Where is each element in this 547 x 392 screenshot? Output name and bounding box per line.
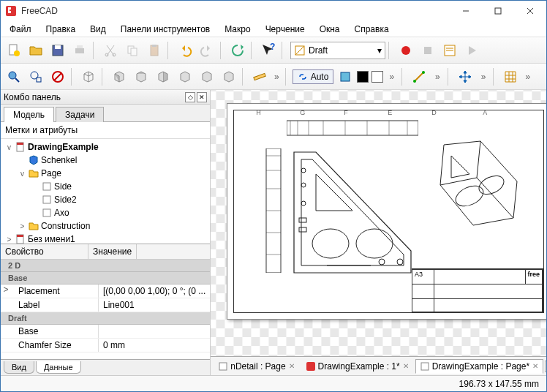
panel-close-button[interactable]: ✕ [197,92,207,102]
property-row[interactable]: LabelLine001 [1,298,210,312]
macro-list-button[interactable] [440,40,460,61]
right-view-button[interactable] [153,67,173,87]
macro-record-button[interactable] [396,40,416,61]
tree-item[interactable]: Side2 [1,193,210,206]
tree-item[interactable]: vDrawingExample [1,140,210,154]
svg-rect-39 [43,196,50,203]
drawing-canvas[interactable]: H G F E D A [211,90,546,356]
svg-line-19 [295,46,304,55]
move-tool-button[interactable] [455,67,475,87]
svg-point-52 [397,259,403,265]
line-color-swatch[interactable] [357,71,369,83]
front-view-button[interactable] [109,67,129,87]
ruler-mark: E [388,109,392,116]
panel-undock-button[interactable]: ◇ [185,92,195,102]
property-row[interactable]: Base [1,325,210,339]
menu-help[interactable]: Справка [349,23,395,36]
property-row[interactable]: Chamfer Size0 mm [1,339,210,353]
overflow-icon-5[interactable]: » [522,72,533,82]
line-tool-button[interactable] [409,67,429,87]
ruler-mark: H [256,109,261,116]
doc-tab[interactable]: DrawingExample : Page* ✕ [415,359,543,374]
tab-tasks[interactable]: Задачи [56,107,104,122]
new-button[interactable] [4,40,24,61]
menu-drafting[interactable]: Черчение [260,23,311,36]
bottom-view-button[interactable] [197,67,217,87]
draft-icon [294,45,306,56]
cut-button[interactable] [100,40,121,61]
close-tab-icon[interactable]: ✕ [532,362,538,370]
doc-tab[interactable]: DrawingExample : 1* ✕ [301,359,414,374]
model-tree[interactable]: vDrawingExampleSchenkelvPageSideSide2Axo… [1,139,210,244]
prop-tab-view[interactable]: Вид [4,361,34,374]
undo-button[interactable] [175,40,195,61]
menu-macro[interactable]: Макро [219,23,256,36]
face-color-swatch[interactable] [371,71,383,83]
minimize-button[interactable] [450,1,482,21]
macro-run-button[interactable] [461,40,482,61]
menu-toolbars[interactable]: Панели инструментов [115,23,216,36]
tab-scroll-left[interactable]: ◂ [545,361,546,372]
menu-windows[interactable]: Окна [314,23,346,36]
svg-point-53 [379,259,385,265]
svg-rect-9 [75,48,84,53]
panel-tabs: Модель Задачи [1,105,210,122]
svg-point-49 [301,201,306,206]
svg-rect-42 [17,235,23,237]
svg-rect-56 [219,363,227,370]
iso-view-button[interactable] [78,67,99,87]
top-view-button[interactable] [131,67,151,87]
menu-file[interactable]: Файл [4,23,37,36]
svg-point-6 [14,50,20,56]
overflow-icon-4[interactable]: » [477,72,491,82]
rear-view-button[interactable] [175,67,195,87]
tree-item[interactable]: >Construction [1,219,210,233]
whats-this-button[interactable]: ? [258,40,279,61]
tree-item[interactable]: Axo [1,206,210,219]
svg-rect-58 [421,363,429,370]
workbench-selector[interactable]: Draft ▾ [290,42,385,59]
brand-label: free [526,270,543,284]
panel-header: Комбо панель ◇ ✕ [1,90,210,105]
svg-point-20 [401,46,410,55]
snap-grid-button[interactable] [500,67,521,87]
ruler-mark: F [344,109,348,116]
prop-tab-data[interactable]: Данные [36,361,81,374]
svg-rect-43 [287,121,418,135]
refresh-button[interactable] [227,40,248,61]
tree-item[interactable]: >Без имени1 [1,233,210,244]
zoom-selection-button[interactable] [26,67,46,87]
left-view-button[interactable] [219,67,239,87]
redo-button[interactable] [197,40,217,61]
close-tab-icon[interactable]: ✕ [289,362,295,370]
menu-edit[interactable]: Правка [40,23,82,36]
close-button[interactable] [514,1,546,21]
main-toolbar: ? Draft ▾ [1,37,546,64]
tree-item[interactable]: vPage [1,167,210,180]
print-button[interactable] [69,40,90,61]
copy-button[interactable] [122,40,143,61]
construction-mode-button[interactable] [335,67,355,87]
auto-label: Auto [311,72,329,82]
macro-stop-button[interactable] [418,40,438,61]
tree-item[interactable]: Side [1,180,210,193]
zoom-fit-button[interactable] [4,67,24,87]
tree-item[interactable]: Schenkel [1,154,210,167]
doc-tab[interactable]: nDetail : Page ✕ [214,359,299,374]
open-button[interactable] [26,40,46,61]
maximize-button[interactable] [482,1,514,21]
overflow-icon-2[interactable]: » [385,72,399,82]
overflow-icon[interactable]: » [271,72,282,82]
close-tab-icon[interactable]: ✕ [403,362,409,370]
tab-model[interactable]: Модель [4,107,54,122]
overflow-icon-3[interactable]: » [431,72,445,82]
drawing-sheet: H G F E D A [227,103,546,320]
auto-constraint-toggle[interactable]: Auto [293,69,334,84]
save-button[interactable] [48,40,68,61]
property-row[interactable]: >Placement[(0,00 0,00 1,00); 0 °; (0 ... [1,284,210,298]
drawing-view-side [265,148,283,273]
paste-button[interactable] [144,40,165,61]
measure-button[interactable] [249,67,270,87]
menu-view[interactable]: Вид [84,23,112,36]
draw-style-button[interactable] [48,67,68,87]
